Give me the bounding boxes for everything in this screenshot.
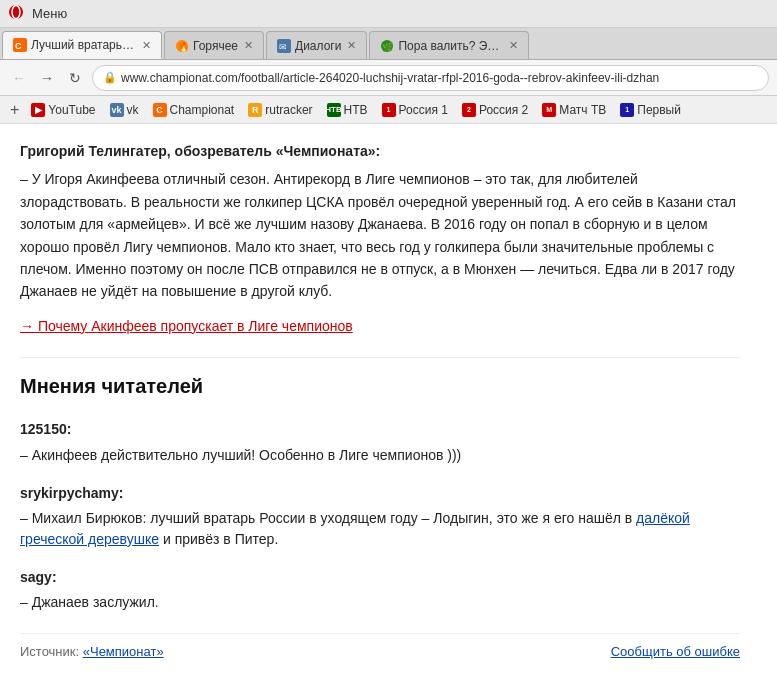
back-button[interactable]: ← <box>8 67 30 89</box>
tab-4[interactable]: 🌿 Пора валить? Эмиграция... ✕ <box>369 31 529 59</box>
article-link-text: Почему Акинфеев пропускает в Лиге чемпио… <box>38 318 353 334</box>
title-bar: Меню <box>0 0 777 28</box>
tab-2[interactable]: 🔥 Горячее ✕ <box>164 31 264 59</box>
source-label: Источник: «Чемпионат» <box>20 642 164 663</box>
comment-2-text: – Михаил Бирюков: лучший вратарь России … <box>20 508 740 550</box>
bookmark-match-label: Матч ТВ <box>559 103 606 117</box>
bookmark-youtube-label: YouTube <box>48 103 95 117</box>
comment-3: sagy: – Джанаев заслужил. <box>20 566 740 613</box>
article-author: Григорий Телингатер, обозреватель «Чемпи… <box>20 140 740 162</box>
tab-3[interactable]: ✉ Диалоги ✕ <box>266 31 367 59</box>
svg-text:✉: ✉ <box>279 42 287 52</box>
bookmark-rutracker[interactable]: R rutracker <box>242 101 318 119</box>
svg-text:🌿: 🌿 <box>382 41 394 53</box>
tab-bar: C Лучший вратарь РФПЛ 2... ✕ 🔥 Горячее ✕… <box>0 28 777 60</box>
tab-3-label: Диалоги <box>295 39 341 53</box>
bookmark-ntv-label: НТВ <box>344 103 368 117</box>
bookmark-rutracker-label: rutracker <box>265 103 312 117</box>
svg-text:C: C <box>15 41 22 51</box>
comment-1: 125150: – Акинфеев действительно лучший!… <box>20 418 740 465</box>
bookmark-russia2-label: Россия 2 <box>479 103 528 117</box>
tab-1-close[interactable]: ✕ <box>142 39 151 52</box>
tab-3-close[interactable]: ✕ <box>347 39 356 52</box>
title-text: Меню <box>32 6 67 21</box>
tab-2-close[interactable]: ✕ <box>244 39 253 52</box>
bookmark-ntv[interactable]: НТВ НТВ <box>321 101 374 119</box>
russia1-favicon: 1 <box>382 103 396 117</box>
match-favicon: M <box>542 103 556 117</box>
article-internal-link[interactable]: → Почему Акинфеев пропускает в Лиге чемп… <box>20 318 353 334</box>
url-bar[interactable]: 🔒 www.championat.com/football/article-26… <box>92 65 769 91</box>
bookmark-russia2[interactable]: 2 Россия 2 <box>456 101 534 119</box>
rutracker-favicon: R <box>248 103 262 117</box>
bookmark-championat-label: Championat <box>170 103 235 117</box>
bookmark-championat[interactable]: C Championat <box>147 101 241 119</box>
article-paragraph-1: – У Игоря Акинфеева отличный сезон. Анти… <box>20 168 740 302</box>
article-body: Григорий Телингатер, обозреватель «Чемпи… <box>20 140 740 663</box>
russia2-favicon: 2 <box>462 103 476 117</box>
report-error-link[interactable]: Сообщить об ошибке <box>611 642 740 663</box>
comment-1-text: – Акинфеев действительно лучший! Особенн… <box>20 445 740 466</box>
tab-2-label: Горячее <box>193 39 238 53</box>
new-tab-button[interactable]: + <box>6 101 23 119</box>
comment-2: srykirpychamy: – Михаил Бирюков: лучший … <box>20 482 740 550</box>
source-line: Источник: «Чемпионат» Сообщить об ошибке <box>20 633 740 663</box>
bookmark-russia1[interactable]: 1 Россия 1 <box>376 101 454 119</box>
tab-4-favicon: 🌿 <box>380 39 394 53</box>
comments-section-title: Мнения читателей <box>20 357 740 402</box>
vk-favicon: vk <box>110 103 124 117</box>
comment-3-author: sagy: <box>20 566 740 588</box>
content-area: Григорий Телингатер, обозреватель «Чемпи… <box>0 124 777 690</box>
lock-icon: 🔒 <box>103 71 117 84</box>
bookmark-match[interactable]: M Матч ТВ <box>536 101 612 119</box>
championat-favicon: C <box>153 103 167 117</box>
address-bar: ← → ↻ 🔒 www.championat.com/football/arti… <box>0 60 777 96</box>
bookmark-vk-label: vk <box>127 103 139 117</box>
svg-text:🔥: 🔥 <box>178 41 189 53</box>
ntv-favicon: НТВ <box>327 103 341 117</box>
greek-village-link[interactable]: далёкой греческой деревушке <box>20 510 690 547</box>
comment-1-author: 125150: <box>20 418 740 440</box>
youtube-favicon: ▶ <box>31 103 45 117</box>
url-text: www.championat.com/football/article-2640… <box>121 71 659 85</box>
tab-4-close[interactable]: ✕ <box>509 39 518 52</box>
tab-1-label: Лучший вратарь РФПЛ 2... <box>31 38 136 52</box>
source-link[interactable]: «Чемпионат» <box>83 644 164 659</box>
tab-1[interactable]: C Лучший вратарь РФПЛ 2... ✕ <box>2 31 162 59</box>
comment-2-author: srykirpychamy: <box>20 482 740 504</box>
forward-button[interactable]: → <box>36 67 58 89</box>
comment-3-text: – Джанаев заслужил. <box>20 592 740 613</box>
tab-3-favicon: ✉ <box>277 39 291 53</box>
reload-button[interactable]: ↻ <box>64 67 86 89</box>
opera-menu-icon[interactable] <box>8 4 24 23</box>
bookmark-russia1-label: Россия 1 <box>399 103 448 117</box>
bookmark-vk[interactable]: vk vk <box>104 101 145 119</box>
tab-4-label: Пора валить? Эмиграция... <box>398 39 503 53</box>
bookmark-youtube[interactable]: ▶ YouTube <box>25 101 101 119</box>
svg-point-0 <box>9 5 23 19</box>
tab-1-favicon: C <box>13 38 27 52</box>
bookmark-perviy[interactable]: 1 Первый <box>614 101 687 119</box>
bookmarks-bar: + ▶ YouTube vk vk C Championat R rutrack… <box>0 96 777 124</box>
tab-2-favicon: 🔥 <box>175 39 189 53</box>
bookmark-perviy-label: Первый <box>637 103 681 117</box>
perviy-favicon: 1 <box>620 103 634 117</box>
